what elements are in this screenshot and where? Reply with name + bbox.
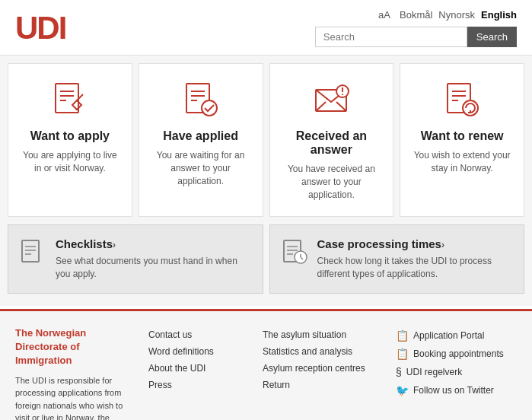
footer-link-contact[interactable]: Contact us xyxy=(148,326,263,343)
checklists-icon xyxy=(19,237,46,265)
footer-col3: The asylum situation Statistics and anal… xyxy=(263,326,396,420)
info-card-checklists[interactable]: Checklists› See what documents you must … xyxy=(8,224,263,294)
footer-link-asylum-situation[interactable]: The asylum situation xyxy=(263,326,396,343)
search-input[interactable] xyxy=(315,27,467,47)
lang-nynorsk[interactable]: Nynorsk xyxy=(438,9,475,21)
card-want-to-apply[interactable]: Want to apply You are applying to live i… xyxy=(8,63,132,217)
checklists-title: Checklists› xyxy=(56,237,252,250)
case-processing-text: Case processing times› Check how long it… xyxy=(317,237,514,281)
received-answer-desc: You have received an answer to your appl… xyxy=(282,163,381,201)
footer-brand-col: The Norwegian Directorate of Immigration… xyxy=(15,326,148,420)
want-to-renew-desc: You wish to extend your stay in Norway. xyxy=(413,149,511,175)
lang-bokmal[interactable]: Bokmål xyxy=(400,9,432,21)
footer-link-press[interactable]: Press xyxy=(148,377,263,393)
footer: The Norwegian Directorate of Immigration… xyxy=(0,309,532,420)
have-applied-title: Have applied xyxy=(163,129,238,143)
footer-link-twitter[interactable]: 🐦 Follow us on Twitter xyxy=(396,381,517,399)
svg-point-15 xyxy=(342,94,343,95)
checklists-arrow: › xyxy=(113,240,116,250)
footer-link-asylum-centres[interactable]: Asylum reception centres xyxy=(263,360,396,377)
booking-icon: 📋 xyxy=(396,348,409,360)
footer-brand-name: The Norwegian Directorate of Immigration xyxy=(15,326,136,368)
footer-link-statistics[interactable]: Statistics and analysis xyxy=(263,343,396,360)
card-want-to-renew[interactable]: Want to renew You wish to extend your st… xyxy=(400,63,524,217)
want-to-apply-desc: You are applying to live in or visit Nor… xyxy=(21,149,119,175)
checklists-desc: See what documents you must hand in when… xyxy=(56,255,252,281)
have-applied-icon xyxy=(180,79,221,120)
logo: UDI xyxy=(15,10,65,46)
svg-rect-21 xyxy=(22,240,39,262)
header-right: aA Bokmål Nynorsk English Search xyxy=(315,9,517,47)
footer-col2: Contact us Word definitions About the UD… xyxy=(148,326,263,420)
case-processing-icon xyxy=(281,237,308,265)
font-size-icon: aA xyxy=(378,9,390,21)
info-row: Checklists› See what documents you must … xyxy=(0,224,532,301)
lang-english[interactable]: English xyxy=(481,9,517,21)
card-have-applied[interactable]: Have applied You are waiting for an answ… xyxy=(139,63,263,217)
language-bar: aA Bokmål Nynorsk English xyxy=(378,9,517,21)
want-to-renew-title: Want to renew xyxy=(421,129,504,143)
application-portal-icon: 📋 xyxy=(396,329,409,342)
received-answer-icon xyxy=(311,79,352,120)
regelverk-icon: § xyxy=(396,366,402,378)
svg-line-11 xyxy=(316,102,326,111)
want-to-apply-title: Want to apply xyxy=(30,129,110,143)
received-answer-title: Received an answer xyxy=(282,129,381,157)
case-processing-desc: Check how long it takes the UDI to proce… xyxy=(317,255,514,281)
footer-col4: 📋 Application Portal 📋 Booking appointme… xyxy=(396,326,517,420)
card-received-answer[interactable]: Received an answer You have received an … xyxy=(269,63,394,217)
twitter-icon: 🐦 xyxy=(396,384,409,396)
search-button[interactable]: Search xyxy=(467,27,517,47)
checklists-text: Checklists› See what documents you must … xyxy=(56,237,252,281)
case-processing-arrow: › xyxy=(441,240,444,250)
have-applied-desc: You are waiting for an answer to your ap… xyxy=(151,149,250,187)
footer-link-regelverk[interactable]: § UDI regelverk xyxy=(396,363,517,381)
main-grid: Want to apply You are applying to live i… xyxy=(0,56,532,224)
info-card-case-processing[interactable]: Case processing times› Check how long it… xyxy=(269,224,525,294)
footer-link-return[interactable]: Return xyxy=(263,377,396,393)
case-processing-title: Case processing times› xyxy=(317,237,514,250)
footer-description: The UDI is responsible for processing ap… xyxy=(15,374,136,420)
footer-link-about[interactable]: About the UDI xyxy=(148,360,263,377)
footer-link-booking[interactable]: 📋 Booking appointments xyxy=(396,345,517,363)
footer-link-application-portal[interactable]: 📋 Application Portal xyxy=(396,326,517,345)
header: UDI aA Bokmål Nynorsk English Search xyxy=(0,0,532,56)
search-bar: Search xyxy=(315,27,517,47)
want-to-apply-icon xyxy=(49,79,91,120)
want-to-renew-icon xyxy=(441,79,483,120)
svg-point-9 xyxy=(202,100,217,116)
svg-line-12 xyxy=(336,102,346,111)
footer-link-word-def[interactable]: Word definitions xyxy=(148,343,263,360)
